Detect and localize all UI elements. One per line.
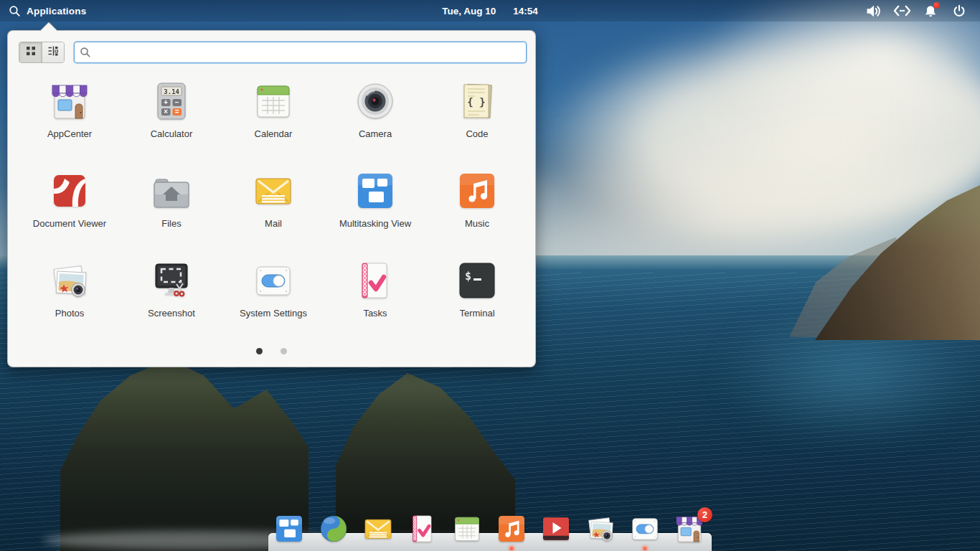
music-icon (454, 168, 500, 214)
page-dot-2[interactable] (281, 348, 287, 354)
calculator-icon: 3.14+−×= (149, 78, 194, 124)
appcenter-icon (47, 78, 93, 124)
app-label: Files (161, 218, 181, 229)
panel-time: 14:54 (513, 6, 538, 17)
tasks-icon (405, 512, 440, 546)
volume-icon[interactable] (864, 0, 882, 22)
dock-item-tasks[interactable] (405, 512, 440, 546)
app-label: Terminal (459, 308, 494, 319)
search-icon (80, 47, 91, 58)
app-label: Code (466, 128, 488, 139)
screenshot-icon (149, 258, 194, 303)
svg-text:3.14: 3.14 (164, 88, 179, 95)
multitasking-icon (272, 512, 306, 546)
dock-item-calendar[interactable] (450, 512, 484, 546)
view-toggle-group (19, 42, 65, 63)
app-music[interactable]: Music (426, 168, 528, 229)
notification-badge: 2 (697, 507, 712, 522)
applications-menu: AppCenter3.14+−×=CalculatorCalendarCamer… (7, 30, 536, 367)
multitasking-icon (352, 168, 398, 214)
app-appcenter[interactable]: AppCenter (19, 78, 121, 139)
app-grid: AppCenter3.14+−×=CalculatorCalendarCamer… (19, 78, 535, 319)
app-document-viewer[interactable]: Document Viewer (19, 168, 121, 229)
mail-icon (250, 168, 296, 214)
dock: 2 (268, 511, 712, 551)
app-label: Screenshot (148, 308, 195, 319)
datetime-button[interactable]: Tue, Aug 10 14:54 (442, 0, 538, 22)
svg-text:+: + (164, 98, 168, 106)
dock-item-system-settings[interactable] (628, 512, 662, 546)
dock-item-music[interactable] (494, 512, 529, 546)
terminal-icon: $ (454, 258, 500, 303)
code-icon: { } (454, 78, 500, 124)
panel-indicators (864, 0, 980, 22)
app-calculator[interactable]: 3.14+−×=Calculator (121, 78, 222, 139)
notifications-icon[interactable] (921, 0, 940, 22)
mail-icon (361, 512, 395, 546)
app-label: Document Viewer (33, 218, 106, 229)
app-calendar[interactable]: Calendar (222, 78, 324, 139)
dock-item-videos[interactable] (539, 512, 573, 546)
list-view-button[interactable] (42, 42, 64, 62)
dock-item-appcenter[interactable]: 2 (672, 512, 707, 546)
dock-item-web-browser[interactable] (316, 512, 351, 546)
dock-item-mail[interactable] (361, 512, 395, 546)
settings-icon (628, 512, 662, 546)
app-multitasking-view[interactable]: Multitasking View (324, 168, 426, 229)
videos-icon (539, 512, 573, 546)
app-label: Mail (265, 218, 282, 229)
app-label: System Settings (240, 308, 307, 319)
dock-item-multitasking-view[interactable] (272, 512, 306, 546)
svg-text:{ }: { } (467, 96, 485, 108)
search-icon (9, 5, 21, 17)
svg-text:×: × (164, 108, 168, 116)
app-label: Tasks (363, 308, 387, 319)
app-label: Multitasking View (339, 218, 411, 229)
app-label: Music (465, 218, 489, 229)
app-screenshot[interactable]: Screenshot (121, 258, 222, 319)
photos-icon (583, 512, 618, 546)
calendar-icon (450, 512, 484, 546)
app-label: Calculator (151, 128, 193, 139)
app-tasks[interactable]: Tasks (324, 258, 426, 319)
grid-view-icon (25, 45, 37, 60)
settings-icon (250, 258, 296, 303)
panel-date: Tue, Aug 10 (442, 6, 496, 17)
app-mail[interactable]: Mail (222, 168, 324, 229)
app-terminal[interactable]: $Terminal (426, 258, 528, 319)
app-photos[interactable]: Photos (19, 258, 121, 319)
list-view-icon (47, 45, 59, 60)
alert-dot (933, 2, 940, 9)
dock-item-photos[interactable] (583, 512, 618, 546)
grid-view-button[interactable] (19, 42, 42, 62)
app-search-input[interactable] (74, 42, 527, 63)
svg-text:−: − (175, 98, 179, 106)
running-indicator (644, 547, 647, 550)
page-dots (8, 348, 535, 354)
running-indicator (510, 547, 514, 550)
app-label: Photos (55, 308, 84, 319)
network-icon[interactable] (892, 0, 911, 22)
tasks-icon (352, 258, 398, 303)
app-label: Camera (359, 128, 392, 139)
app-files[interactable]: Files (121, 168, 222, 229)
svg-text:=: = (175, 108, 179, 116)
app-label: Calendar (255, 128, 293, 139)
camera-icon (352, 78, 398, 124)
power-icon[interactable] (950, 0, 969, 22)
svg-text:$: $ (465, 270, 471, 283)
applications-label: Applications (27, 6, 86, 17)
page-dot-1[interactable] (256, 348, 263, 354)
browser-icon (316, 512, 351, 546)
app-label: AppCenter (47, 128, 92, 139)
photos-icon (47, 258, 93, 303)
files-icon (149, 168, 194, 214)
app-code[interactable]: { }Code (426, 78, 528, 139)
document-viewer-icon (47, 168, 93, 214)
app-camera[interactable]: Camera (324, 78, 426, 139)
top-panel: Applications Tue, Aug 10 14:54 (0, 0, 980, 22)
music-icon (494, 512, 529, 546)
calendar-icon (250, 78, 296, 124)
applications-menu-button[interactable]: Applications (0, 0, 95, 22)
app-system-settings[interactable]: System Settings (222, 258, 324, 319)
